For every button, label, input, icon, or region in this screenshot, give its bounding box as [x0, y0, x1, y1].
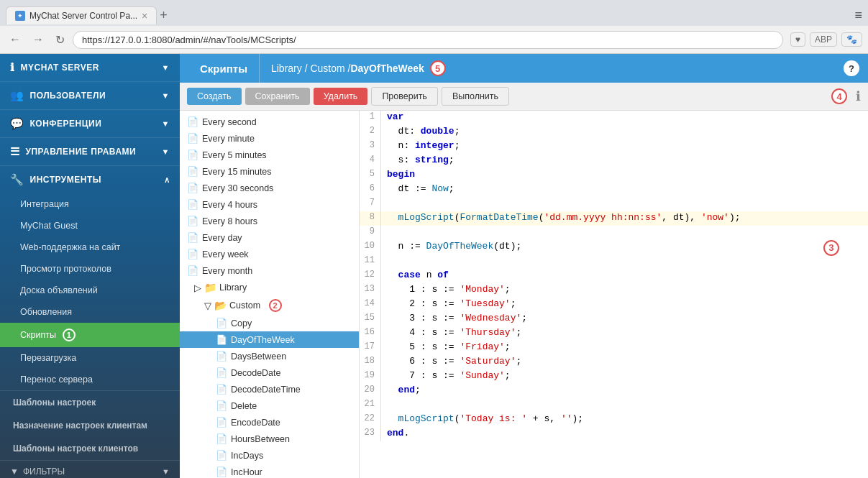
file-icon: 📄 [216, 334, 227, 345]
tab-close-btn[interactable]: × [142, 10, 147, 22]
folder-open-icon: 📂 [214, 300, 227, 311]
tree-folder-custom[interactable]: ▽ 📂 Custom 2 [180, 296, 359, 315]
browser-tab[interactable]: ✦ MyChat Server Control Pa... × [6, 6, 157, 24]
tab-favicon: ✦ [15, 11, 25, 21]
sidebar-client-settings[interactable]: Назначение настроек клиентам [0, 414, 180, 437]
sidebar-item-mychat-guest[interactable]: MyChat Guest [0, 215, 180, 236]
rights-arrow-icon: ▼ [162, 147, 170, 156]
tree-item-incdays[interactable]: 📄 IncDays [180, 447, 359, 464]
file-icon: 📄 [187, 150, 198, 160]
tree-item-every-second[interactable]: 📄 Every second [180, 114, 359, 130]
breadcrumb-current: DayOfTheWeek [350, 63, 424, 74]
sidebar-item-board[interactable]: Доска объявлений [0, 280, 180, 301]
main-content: Скрипты Library / Custom / DayOfTheWeek … [180, 54, 868, 478]
scripts-badge: 1 [63, 328, 76, 341]
file-icon: 📄 [187, 249, 198, 259]
run-button[interactable]: Выполнить [442, 87, 509, 106]
abp-btn[interactable]: ABP [810, 32, 837, 47]
sidebar-filters-label: ФИЛЬТРЫ [23, 466, 65, 477]
tree-folder-library[interactable]: ▷ 📁 Library [180, 279, 359, 296]
tree-item-decodedate[interactable]: 📄 DecodeDate [180, 364, 359, 381]
code-line-16: 16 4 : s := 'Thursday'; [360, 326, 868, 341]
breadcrumb-bar: Скрипты Library / Custom / DayOfTheWeek … [180, 54, 868, 83]
back-btn[interactable]: ← [6, 32, 24, 47]
tree-item-every-day[interactable]: 📄 Every day [180, 229, 359, 246]
info-circle-icon[interactable]: ℹ [856, 88, 861, 104]
tab-title: MyChat Server Control Pa... [29, 11, 137, 21]
code-line-15: 15 3 : s := 'Wednesday'; [360, 312, 868, 326]
expand-icon: ▷ [194, 282, 201, 293]
sidebar-tools-header[interactable]: 🔧 ИНСТРУМЕНТЫ ∧ [0, 166, 180, 193]
tree-item-every-15min[interactable]: 📄 Every 15 minutes [180, 163, 359, 180]
tree-item-daysbetween[interactable]: 📄 DaysBetween [180, 348, 359, 364]
file-icon: 📄 [187, 183, 198, 193]
sidebar-mychat-header[interactable]: ℹ MYCHAT SERVER ▼ [0, 54, 180, 81]
extension-btn[interactable]: 🐾 [841, 32, 862, 47]
expand-icon: ▽ [204, 300, 211, 311]
code-line-22: 22 mLogScript('Today is: ' + s, ''); [360, 413, 868, 427]
sidebar-item-protocols[interactable]: Просмотр протоколов [0, 258, 180, 280]
check-button[interactable]: Проверить [371, 87, 438, 106]
bookmark-btn[interactable]: ♥ [790, 32, 805, 47]
sidebar-filters-header[interactable]: ▼ ФИЛЬТРЫ ▼ [0, 460, 180, 478]
tree-item-hoursbetween[interactable]: 📄 HoursBetween [180, 431, 359, 447]
help-btn[interactable]: ? [844, 60, 859, 76]
file-icon: 📄 [216, 417, 227, 428]
mychat-arrow-icon: ▼ [162, 63, 170, 72]
tree-item-every-30sec[interactable]: 📄 Every 30 seconds [180, 180, 359, 196]
tree-item-inchour[interactable]: 📄 IncHour [180, 464, 359, 478]
code-line-6: 6 dt := Now; [360, 183, 868, 197]
sidebar-users-header[interactable]: 👥 ПОЛЬЗОВАТЕЛИ ▼ [0, 82, 180, 109]
sidebar-item-web-support[interactable]: Web-поддержка на сайт [0, 236, 180, 258]
sidebar-conferences-header[interactable]: 💬 КОНФЕРЕНЦИИ ▼ [0, 110, 180, 137]
tree-item-every-month[interactable]: 📄 Every month [180, 262, 359, 279]
tree-item-every-week[interactable]: 📄 Every week [180, 246, 359, 262]
delete-button[interactable]: Удалить [314, 88, 368, 105]
address-input[interactable] [73, 31, 783, 49]
custom-label: Custom [229, 300, 260, 311]
file-icon: 📄 [216, 351, 227, 362]
sidebar-item-scripts[interactable]: Скрипты 1 [0, 323, 180, 347]
tree-item-every-8h[interactable]: 📄 Every 8 hours [180, 213, 359, 229]
save-button[interactable]: Сохранить [245, 88, 310, 105]
sidebar-client-templates[interactable]: Шаблоны настроек клиентов [0, 437, 180, 460]
file-icon: 📄 [216, 400, 227, 411]
tree-item-decodedatetime[interactable]: 📄 DecodeDateTime [180, 381, 359, 397]
split-pane: 📄 Every second 📄 Every minute 📄 Every 5 … [180, 111, 868, 478]
sidebar-settings-templates[interactable]: Шаблоны настроек [0, 391, 180, 414]
file-icon: 📄 [216, 384, 227, 395]
sidebar-item-updates[interactable]: Обновления [0, 301, 180, 323]
custom-badge: 2 [269, 299, 282, 312]
browser-menu-btn[interactable]: ≡ [854, 8, 862, 23]
tree-item-encodedate[interactable]: 📄 EncodeDate [180, 414, 359, 431]
refresh-btn[interactable]: ↻ [52, 32, 68, 48]
sidebar-item-integration[interactable]: Интеграция [0, 193, 180, 215]
breadcrumb-num-badge: 5 [430, 60, 446, 76]
sidebar-users-label: ПОЛЬЗОВАТЕЛИ [30, 91, 106, 101]
tree-item-every-minute[interactable]: 📄 Every minute [180, 130, 359, 147]
code-line-11: 11 [360, 254, 868, 269]
sidebar-item-migrate[interactable]: Перенос сервера [0, 369, 180, 390]
create-button[interactable]: Создать [187, 88, 242, 105]
file-icon: 📄 [216, 433, 227, 444]
tree-item-copy[interactable]: 📄 Copy [180, 315, 359, 331]
sidebar-rights-header[interactable]: ☰ УПРАВЛЕНИЕ ПРАВАМИ ▼ [0, 138, 180, 165]
info-icon: ℹ [10, 61, 15, 74]
code-line-14: 14 2 : s := 'Tuesday'; [360, 298, 868, 312]
forward-btn[interactable]: → [29, 32, 47, 47]
code-line-4: 4 s: string; [360, 154, 868, 168]
users-arrow-icon: ▼ [162, 91, 170, 100]
code-line-5: 5 begin [360, 168, 868, 183]
tree-item-delete[interactable]: 📄 Delete [180, 397, 359, 414]
rights-icon: ☰ [10, 145, 20, 158]
folder-icon: 📁 [204, 282, 216, 293]
code-editor[interactable]: 1 var 2 dt: double; 3 n: integer; 4 s: s… [360, 111, 868, 478]
sidebar-rights-label: УПРАВЛЕНИЕ ПРАВАМИ [26, 147, 137, 157]
tree-item-dayoftheweek[interactable]: 📄 DayOfTheWeek [180, 331, 359, 348]
tree-item-every-5min[interactable]: 📄 Every 5 minutes [180, 147, 359, 163]
code-line-17: 17 5 : s := 'Friday'; [360, 341, 868, 355]
sidebar-item-reboot[interactable]: Перезагрузка [0, 347, 180, 369]
new-tab-btn[interactable]: + [160, 9, 168, 22]
tree-item-every-4h[interactable]: 📄 Every 4 hours [180, 196, 359, 213]
code-line-8: 8 mLogScript(FormatDateTime('dd.mm.yyyy … [360, 211, 868, 226]
